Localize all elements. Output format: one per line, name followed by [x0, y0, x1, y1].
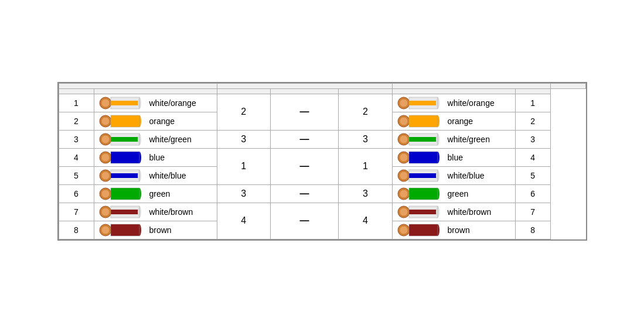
col-left-position	[59, 88, 94, 94]
dash-cell: —	[270, 130, 338, 148]
pair-left-cell: 2	[217, 94, 270, 130]
right-color-cell: white/green	[392, 130, 515, 148]
right-wire-label: brown	[448, 225, 470, 235]
svg-rect-64	[111, 188, 113, 200]
header-row-2	[59, 88, 585, 94]
left-wire-label: white/blue	[149, 171, 186, 180]
svg-rect-86	[111, 224, 139, 236]
left-wire-label: brown	[149, 225, 172, 235]
table-row: 6green3—3green6	[59, 184, 585, 203]
right-position-cell: 4	[515, 148, 550, 166]
svg-point-61	[101, 190, 110, 198]
dash-cell: —	[270, 94, 338, 130]
svg-rect-62	[111, 188, 139, 200]
svg-point-31	[400, 135, 408, 143]
svg-point-1	[101, 99, 110, 107]
pair-left-cell: 3	[217, 130, 270, 148]
svg-rect-46	[409, 152, 411, 163]
col-right-colors	[392, 88, 515, 94]
svg-rect-20	[409, 115, 438, 127]
left-color-cell: orange	[94, 112, 217, 130]
svg-rect-16	[111, 115, 113, 127]
right-position-cell: 1	[515, 94, 550, 112]
left-color-cell: white/brown	[94, 203, 217, 221]
left-position-cell: 8	[59, 221, 94, 239]
left-color-cell: white/orange	[94, 94, 217, 112]
right-wire-label: orange	[448, 117, 473, 126]
left-position-cell: 4	[59, 148, 94, 166]
svg-point-37	[101, 153, 110, 162]
right-color-cell: orange	[392, 112, 515, 130]
right-position-header-spacer	[550, 83, 585, 88]
pair-left-cell: 4	[217, 203, 270, 239]
svg-rect-57	[409, 173, 438, 178]
svg-point-67	[400, 190, 408, 198]
svg-rect-44	[409, 152, 438, 163]
right-wire-label: white/brown	[448, 207, 492, 217]
svg-point-73	[101, 208, 110, 216]
svg-point-7	[400, 99, 408, 107]
table-row: 7white/brown4—4white/brown7	[59, 203, 585, 221]
right-color-cell: white/orange	[392, 94, 515, 112]
left-wire-label: blue	[149, 153, 165, 162]
col-right-position	[515, 88, 550, 94]
svg-point-13	[101, 117, 110, 125]
dash-cell: —	[270, 184, 338, 203]
right-section-header	[392, 83, 550, 88]
table-body: 1white/orange2—2white/orange12orangeoran…	[59, 94, 585, 239]
svg-rect-81	[409, 210, 438, 214]
rj45-table: 1white/orange2—2white/orange12orangeoran…	[59, 83, 586, 239]
left-section-header	[59, 83, 217, 88]
pair-right-cell: 4	[339, 203, 392, 239]
right-color-cell: white/brown	[392, 203, 515, 221]
svg-rect-88	[111, 224, 113, 236]
left-position-cell: 2	[59, 112, 94, 130]
svg-point-85	[101, 226, 110, 234]
svg-rect-70	[409, 188, 411, 200]
right-color-cell: blue	[392, 148, 515, 166]
header-row-1	[59, 83, 585, 88]
left-position-cell: 3	[59, 130, 94, 148]
left-wire-label: orange	[149, 117, 175, 126]
right-color-cell: brown	[392, 221, 515, 239]
pair-right-cell: 1	[339, 148, 392, 184]
col-pair-left	[217, 88, 270, 94]
pair-right-cell: 3	[339, 130, 392, 148]
svg-rect-51	[111, 173, 139, 178]
left-position-cell: 7	[59, 203, 94, 221]
pair-right-cell: 3	[339, 184, 392, 203]
right-color-cell: white/blue	[392, 166, 515, 184]
right-position-cell: 7	[515, 203, 550, 221]
svg-rect-94	[409, 224, 411, 236]
svg-rect-14	[111, 115, 139, 127]
table-row: 4blue1—1blue4	[59, 148, 585, 166]
left-position-cell: 1	[59, 94, 94, 112]
right-color-cell: green	[392, 184, 515, 203]
right-position-cell: 2	[515, 112, 550, 130]
svg-point-79	[400, 208, 408, 216]
left-color-cell: white/green	[94, 130, 217, 148]
left-position-cell: 5	[59, 166, 94, 184]
right-position-cell: 8	[515, 221, 550, 239]
main-table-wrapper: 1white/orange2—2white/orange12orangeoran…	[57, 82, 587, 241]
svg-rect-75	[111, 210, 139, 214]
svg-rect-27	[111, 137, 139, 142]
svg-rect-68	[409, 188, 438, 200]
col-dash	[270, 88, 338, 94]
left-color-cell: green	[94, 184, 217, 203]
table-row: 3white/green3—3white/green3	[59, 130, 585, 148]
dash-cell: —	[270, 203, 338, 239]
svg-rect-38	[111, 152, 139, 163]
svg-point-49	[101, 172, 110, 180]
svg-point-43	[400, 153, 408, 162]
pair-right-cell: 2	[339, 94, 392, 130]
table-row: 1white/orange2—2white/orange1	[59, 94, 585, 112]
left-position-cell: 6	[59, 184, 94, 203]
col-pair-right	[339, 88, 392, 94]
col-left-colors	[94, 88, 217, 94]
svg-rect-33	[409, 137, 438, 142]
pair-left-cell: 3	[217, 184, 270, 203]
left-wire-label: white/green	[149, 135, 192, 144]
svg-rect-9	[409, 101, 438, 105]
left-color-cell: blue	[94, 148, 217, 166]
